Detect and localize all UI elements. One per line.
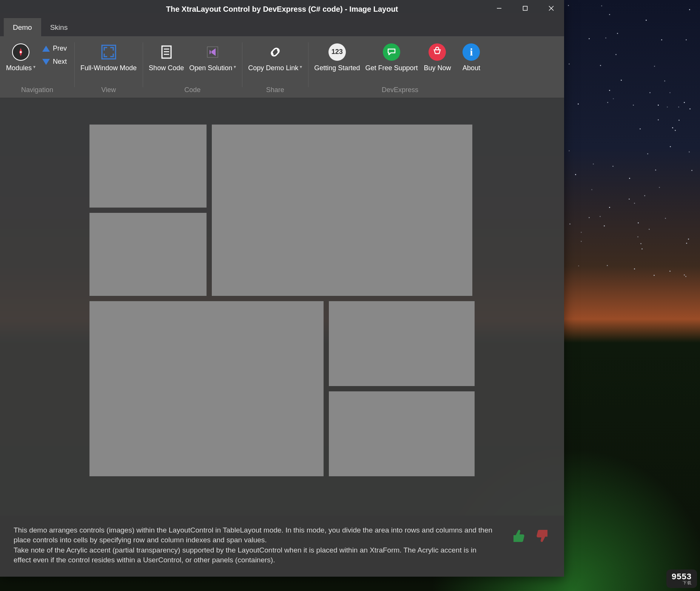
prev-button[interactable]: Prev <box>39 42 71 55</box>
group-label-devexpress: DevExpress <box>382 84 418 98</box>
group-label-view: View <box>101 84 116 98</box>
next-button[interactable]: Next <box>39 55 71 68</box>
ribbon-group-code: Show Code Open Solution▾ Code <box>143 38 242 98</box>
thumbs-down-button[interactable] <box>534 528 550 544</box>
about-button[interactable]: i About <box>455 40 488 84</box>
ribbon-group-navigation: Modules▾ Prev Next Navigation <box>0 38 74 98</box>
document-icon <box>157 43 176 61</box>
thumbs-up-button[interactable] <box>510 528 527 544</box>
image-tower-night[interactable] <box>89 213 207 296</box>
group-label-code: Code <box>184 84 200 98</box>
titlebar: The XtraLayout Control by DevExpress (C#… <box>0 0 564 18</box>
svg-point-5 <box>20 51 22 53</box>
full-window-mode-button[interactable]: Full-Window Mode <box>78 40 139 84</box>
close-button[interactable] <box>538 0 564 17</box>
application-window: The XtraLayout Control by DevExpress (C#… <box>0 0 564 577</box>
tab-skins[interactable]: Skins <box>41 18 77 36</box>
content-area <box>0 98 564 516</box>
minimize-button[interactable] <box>486 0 512 17</box>
123-icon: 123 <box>328 43 346 61</box>
ribbon-group-view: Full-Window Mode View <box>74 38 143 98</box>
image-eiffel[interactable] <box>329 391 475 476</box>
chat-icon <box>382 43 401 61</box>
ribbon-group-devexpress: 123 Getting Started Get Free Support Buy… <box>308 38 492 98</box>
show-code-button[interactable]: Show Code <box>146 40 186 84</box>
group-label-navigation: Navigation <box>21 84 53 98</box>
copy-demo-link-button[interactable]: Copy Demo Link▾ <box>246 40 304 84</box>
ribbon: Modules▾ Prev Next Navigation Full-Windo… <box>0 36 564 98</box>
cart-icon <box>428 43 446 61</box>
modules-button[interactable]: Modules▾ <box>4 40 38 84</box>
link-icon <box>266 43 284 61</box>
svg-rect-1 <box>523 6 527 11</box>
image-empire-state[interactable] <box>212 125 472 296</box>
image-layout <box>89 125 475 500</box>
compass-icon <box>12 43 30 61</box>
getting-started-button[interactable]: 123 Getting Started <box>312 40 362 84</box>
triangle-down-icon <box>42 59 50 65</box>
image-arch[interactable] <box>89 125 207 208</box>
ribbon-tabs: Demo Skins <box>0 18 564 36</box>
fullscreen-icon <box>100 43 118 61</box>
buy-now-button[interactable]: Buy Now <box>421 40 454 84</box>
tab-demo[interactable]: Demo <box>4 18 41 36</box>
image-tower-bridge[interactable] <box>89 301 324 476</box>
ribbon-group-share: Copy Demo Link▾ Share <box>242 38 308 98</box>
triangle-up-icon <box>42 46 50 52</box>
open-solution-button[interactable]: Open Solution▾ <box>187 40 238 84</box>
get-free-support-button[interactable]: Get Free Support <box>363 40 420 84</box>
visual-studio-icon <box>204 43 222 61</box>
maximize-button[interactable] <box>512 0 538 17</box>
description-text: This demo arranges controls (images) wit… <box>14 525 495 565</box>
watermark-logo: 9553下载 <box>666 569 697 588</box>
description-footer: This demo arranges controls (images) wit… <box>0 516 564 577</box>
group-label-share: Share <box>266 84 284 98</box>
window-title: The XtraLayout Control by DevExpress (C#… <box>166 5 398 14</box>
image-theatre[interactable] <box>329 301 475 386</box>
info-icon: i <box>462 43 480 61</box>
